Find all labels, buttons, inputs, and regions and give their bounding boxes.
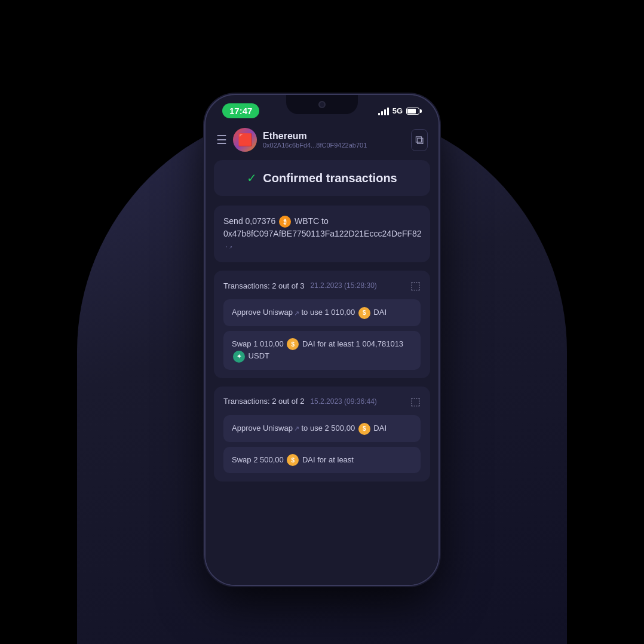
- tx-item-approve-1: Approve Uniswap↗ to use 1 010,00 $ DAI: [223, 299, 421, 326]
- wallet-address: 0x02A16c6bFd4...8fC0F9422ab701: [263, 142, 367, 149]
- tx-group-count-2: Transactions: 2 out of 2: [223, 397, 304, 406]
- tx-group-external-btn-1[interactable]: ⬚: [410, 279, 421, 292]
- dai-coin-icon-2: $: [287, 338, 299, 350]
- wallet-name: Ethereum: [263, 131, 367, 142]
- tx-group-meta-2: Transactions: 2 out of 2 15.2.2023 (09:3…: [223, 397, 377, 406]
- tx-group-header-2: Transactions: 2 out of 2 15.2.2023 (09:3…: [223, 395, 421, 408]
- check-icon: ✓: [247, 171, 257, 185]
- uniswap-link-icon-2[interactable]: ↗: [294, 424, 299, 434]
- confirmed-title: Confirmed transactions: [263, 171, 397, 185]
- wbtc-coin-icon: ₿: [279, 216, 291, 228]
- tx-group-header-1: Transactions: 2 out of 3 21.2.2023 (15:2…: [223, 279, 421, 292]
- signal-icon: [378, 107, 389, 115]
- wallet-avatar: 🟥: [233, 128, 257, 152]
- app-content: ☰ 🟥 Ethereum 0x02A16c6bFd4...8fC0F9422ab…: [206, 123, 438, 577]
- tx-group-count-1: Transactions: 2 out of 3: [223, 281, 304, 290]
- tx-group-meta-1: Transactions: 2 out of 3 21.2.2023 (15:2…: [223, 281, 377, 290]
- external-link-icon[interactable]: ⬝↗: [225, 242, 233, 252]
- hamburger-menu-icon[interactable]: ☰: [216, 134, 227, 146]
- dai-coin-icon-3: $: [358, 423, 370, 435]
- tx-group-external-btn-2[interactable]: ⬚: [410, 395, 421, 408]
- phone-screen: 17:47 5G ☰: [206, 95, 438, 585]
- wallet-text: Ethereum 0x02A16c6bFd4...8fC0F9422ab701: [263, 131, 367, 149]
- status-right: 5G: [378, 106, 422, 115]
- tx-group-date-1: 21.2.2023 (15:28:30): [310, 281, 376, 290]
- tx-group-card-2: Transactions: 2 out of 2 15.2.2023 (09:3…: [214, 387, 430, 482]
- tx-single-text: Send 0,07376 ₿ WBTC to 0x47b8fC097AfBE77…: [223, 215, 421, 253]
- tx-item-swap-1: Swap 1 010,00 $ DAI for at least 1 004,7…: [223, 331, 421, 370]
- tx-group-card-1: Transactions: 2 out of 3 21.2.2023 (15:2…: [214, 271, 430, 378]
- scene: 17:47 5G ☰: [0, 0, 644, 644]
- tx-item-swap-2: Swap 2 500,00 $ DAI for at least: [223, 447, 421, 474]
- status-bar: 17:47 5G: [206, 95, 438, 123]
- tx-group-date-2: 15.2.2023 (09:36:44): [310, 397, 376, 406]
- wallet-info: 🟥 Ethereum 0x02A16c6bFd4...8fC0F9422ab70…: [233, 128, 405, 152]
- battery-icon: [406, 108, 422, 115]
- confirmed-header: ✓ Confirmed transactions: [214, 160, 430, 196]
- usdt-coin-icon-1: ✦: [233, 351, 245, 363]
- phone-frame: 17:47 5G ☰: [206, 95, 438, 585]
- dai-coin-icon-1: $: [358, 307, 370, 319]
- network-label: 5G: [392, 106, 403, 115]
- tx-card-single: Send 0,07376 ₿ WBTC to 0x47b8fC097AfBE77…: [214, 206, 430, 262]
- dai-coin-icon-4: $: [287, 454, 299, 466]
- header-bar: ☰ 🟥 Ethereum 0x02A16c6bFd4...8fC0F9422ab…: [214, 123, 430, 160]
- tx-item-approve-2: Approve Uniswap↗ to use 2 500,00 $ DAI: [223, 415, 421, 442]
- uniswap-link-icon-1[interactable]: ↗: [294, 308, 299, 318]
- copy-button[interactable]: ⧉: [411, 129, 428, 151]
- status-time: 17:47: [222, 103, 259, 118]
